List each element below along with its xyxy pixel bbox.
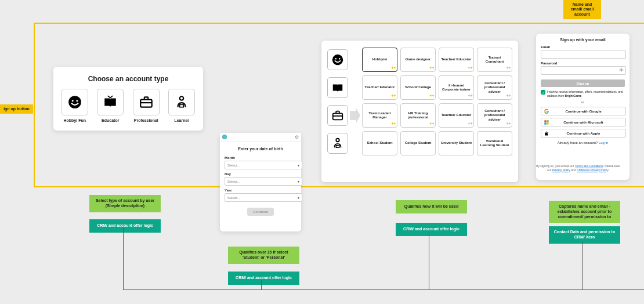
grid-card[interactable]: Teacher/ Educator✦✦ <box>439 48 474 72</box>
password-input[interactable]: 👁 <box>541 66 626 75</box>
account-type-title: Choose an account type <box>53 75 203 83</box>
login-link[interactable]: Log in <box>599 141 608 144</box>
panel-account-type: Choose an account type Hobby/ Fun Educat… <box>53 67 203 131</box>
grid-card[interactable]: Game designer✦✦ <box>400 48 436 72</box>
continue-apple-button[interactable]: Continue with Apple <box>541 129 626 137</box>
grid-card[interactable]: School/ College✦✦ <box>400 75 436 100</box>
privacy-link[interactable]: Privacy Policy <box>552 168 570 172</box>
callout-signup-desc: Captures name and email - establishes ac… <box>549 201 620 223</box>
dob-day-label: Day <box>225 172 296 176</box>
dob-year-select[interactable]: Select... <box>225 193 302 202</box>
sparkle-icon: ✦✦ <box>468 94 472 98</box>
password-label: Password <box>541 61 625 65</box>
grid-card[interactable]: Team Leader/ Manager✦✦ <box>362 103 397 128</box>
google-icon <box>544 109 549 114</box>
dob-month-select[interactable]: Select... <box>225 161 302 169</box>
svg-point-8 <box>339 58 341 60</box>
eye-icon[interactable]: 👁 <box>619 68 624 73</box>
sparkle-icon: ✦✦ <box>506 122 511 126</box>
sparkle-icon: ✦✦ <box>391 66 396 70</box>
email-label: Email <box>541 45 625 49</box>
learner-icon <box>174 95 189 110</box>
connector <box>123 228 124 289</box>
dob-continue-button[interactable]: Continue <box>247 208 274 216</box>
marketing-checkbox[interactable]: ✓ <box>541 90 545 95</box>
panel-signup: Sign up with your email Email Password 👁… <box>536 34 629 180</box>
row-icon-learner <box>327 133 348 154</box>
arrow-icon <box>350 108 360 123</box>
panel-dob: ⚙ Enter your date of birth Month Select.… <box>220 133 301 231</box>
svg-rect-12 <box>544 120 546 122</box>
legal-text: By signing up, you accept our Terms and … <box>536 164 620 172</box>
option-learner[interactable]: Learner <box>167 89 197 122</box>
microsoft-icon <box>544 120 549 125</box>
svg-point-10 <box>336 139 339 142</box>
svg-rect-15 <box>547 122 548 124</box>
connector <box>261 280 262 289</box>
option-hobby[interactable]: Hobby/ Fun <box>60 89 90 122</box>
svg-point-1 <box>71 100 73 102</box>
callout-usage-crm: CRM/ and account offer logic <box>396 223 467 236</box>
grid-card[interactable]: Teacher/ Educator✦✦ <box>362 75 397 100</box>
svg-rect-14 <box>544 122 546 124</box>
connector <box>582 241 583 289</box>
signup-title: Sign up with your email <box>541 38 625 42</box>
divider-or: or <box>541 100 625 104</box>
option-educator[interactable]: Educator <box>95 89 125 122</box>
dob-year-label: Year <box>225 189 296 192</box>
grid-card[interactable]: Consultant / professional adviser✦✦ <box>477 75 512 100</box>
grid-card[interactable]: Hobbyist✦✦ <box>362 48 397 72</box>
sparkle-icon: ✦✦ <box>429 94 434 98</box>
sparkle-icon: ✦✦ <box>506 66 511 70</box>
continue-google-button[interactable]: Continue with Google <box>541 107 626 115</box>
sparkle-icon: ✦✦ <box>468 122 472 126</box>
callout-account-desc: Select type of account by user (Simple d… <box>89 195 161 212</box>
marketing-text: I wish to receive information, offers, r… <box>547 90 625 97</box>
row-icon-professional <box>327 105 348 126</box>
svg-point-7 <box>335 58 337 60</box>
childrens-privacy-link[interactable]: Children's Privacy Policy <box>577 168 608 172</box>
svg-point-0 <box>68 96 81 108</box>
already-have-account: Already have an account? Log in <box>541 141 625 144</box>
tag-name-email: Name and email/ email account <box>563 0 601 19</box>
callout-usage-desc: Qualifies how it will be used <box>396 200 467 213</box>
connector <box>123 289 644 290</box>
svg-rect-13 <box>547 120 548 122</box>
grid-card[interactable]: University Student <box>439 131 474 155</box>
briefcase-icon <box>139 95 154 110</box>
row-icon-educator <box>327 77 348 98</box>
sparkle-icon: ✦✦ <box>429 122 434 126</box>
email-input[interactable] <box>541 50 626 59</box>
grid-card[interactable]: HR Training professional✦✦ <box>400 103 436 128</box>
sparkle-icon: ✦✦ <box>391 122 396 126</box>
terms-link[interactable]: Terms and Conditions <box>575 164 603 168</box>
row-icon-hobby <box>327 49 348 70</box>
gear-icon[interactable]: ⚙ <box>295 135 299 140</box>
option-professional[interactable]: Professional <box>131 89 161 122</box>
svg-rect-11 <box>336 146 339 148</box>
grid-card[interactable]: Teacher/ Educator✦✦ <box>439 103 474 128</box>
panel-usage-grid: Hobbyist✦✦ Game designer✦✦ Teacher/ Educ… <box>321 41 518 182</box>
grid-card[interactable]: School Student <box>362 131 397 155</box>
grid-card[interactable]: Trainer/ Consultant✦✦ <box>477 48 512 72</box>
sparkle-icon: ✦✦ <box>391 94 396 98</box>
svg-rect-3 <box>140 100 152 107</box>
grid-card[interactable]: Consultant / professional adviser✦✦ <box>477 103 512 128</box>
callout-account-crm: CRM/ and account offer logic <box>89 219 161 233</box>
svg-point-6 <box>332 55 343 65</box>
grid-card[interactable]: College Student <box>400 131 436 155</box>
grid-card[interactable]: In-house/ Corporate trainer✦✦ <box>439 75 474 100</box>
sparkle-icon: ✦✦ <box>429 66 434 70</box>
dob-day-select[interactable]: Select... <box>225 177 302 186</box>
svg-point-4 <box>180 96 184 100</box>
dob-title: Enter your date of birth <box>220 146 301 151</box>
apple-icon <box>544 131 549 136</box>
app-logo-icon <box>222 135 227 139</box>
callout-signup-crm: Contact Data and permission to CRM/ Xero <box>549 226 620 244</box>
svg-rect-5 <box>180 104 184 107</box>
sparkle-icon: ✦✦ <box>506 94 511 98</box>
continue-microsoft-button[interactable]: Continue with Microsoft <box>541 118 626 126</box>
grid-card[interactable]: Vocational Learning Student <box>477 131 512 155</box>
signup-button[interactable]: Sign up <box>541 79 625 87</box>
tag-signup-button: ign up button <box>0 104 33 114</box>
